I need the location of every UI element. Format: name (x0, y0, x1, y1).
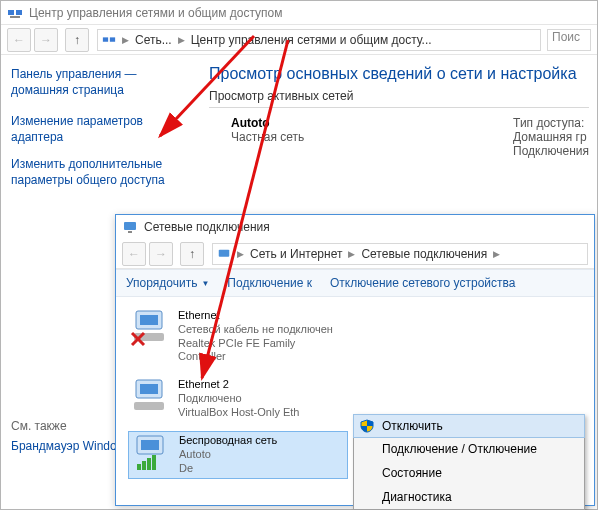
svg-rect-18 (137, 464, 141, 470)
svg-rect-5 (124, 222, 136, 230)
ctx-label: Отключить (382, 419, 443, 433)
breadcrumb[interactable]: ▶ Сеть и Интернет ▶ Сетевые подключения … (212, 243, 588, 265)
network-connections-icon (217, 247, 231, 261)
breadcrumb[interactable]: ▶ Сеть... ▶ Центр управления сетями и об… (97, 29, 541, 51)
svg-rect-19 (142, 461, 146, 470)
svg-rect-20 (147, 458, 151, 470)
title-bar: Центр управления сетями и общим доступом (1, 1, 597, 25)
chevron-right-icon: ▶ (348, 249, 355, 259)
chevron-right-icon: ▶ (122, 35, 129, 45)
change-sharing-settings-link[interactable]: Изменить дополнительные параметры общего… (11, 157, 191, 188)
connection-item-ethernet[interactable]: Ethernet Сетевой кабель не подключен Rea… (128, 307, 348, 366)
connection-status: Сетевой кабель не подключен (178, 323, 346, 337)
breadcrumb-item[interactable]: Сеть и Интернет (250, 247, 342, 261)
ctx-status[interactable]: Состояние (354, 461, 584, 485)
chevron-right-icon: ▶ (178, 35, 185, 45)
nav-back-button[interactable]: ← (7, 28, 31, 52)
svg-rect-17 (141, 440, 159, 450)
ctx-connect-disconnect[interactable]: Подключение / Отключение (354, 437, 584, 461)
svg-rect-2 (10, 16, 20, 18)
svg-rect-21 (152, 455, 156, 470)
network-center-icon (102, 33, 116, 47)
svg-rect-9 (140, 315, 158, 325)
connection-item-wireless[interactable]: Беспроводная сеть Autoto De (128, 431, 348, 478)
breadcrumb-item[interactable]: Сеть... (135, 33, 172, 47)
svg-rect-14 (140, 384, 158, 394)
network-center-icon (7, 5, 23, 21)
nav-forward-button[interactable]: → (34, 28, 58, 52)
svg-rect-3 (103, 37, 108, 41)
ctx-label: Подключение / Отключение (382, 442, 537, 456)
title-bar: Сетевые подключения (116, 215, 594, 239)
svg-rect-4 (110, 37, 115, 41)
disable-device-button[interactable]: Отключение сетевого устройства (330, 276, 515, 290)
connections-label: Подключения (513, 144, 589, 158)
svg-rect-7 (219, 249, 230, 256)
ethernet-adapter-icon (130, 309, 172, 347)
connection-name: Беспроводная сеть (179, 434, 277, 448)
breadcrumb-item[interactable]: Сетевые подключения (361, 247, 487, 261)
nav-up-button[interactable]: ↑ (65, 28, 89, 52)
active-network-name-block: Autoto Частная сеть (231, 116, 304, 158)
ctx-label: Диагностика (382, 490, 452, 504)
page-title: Просмотр основных сведений о сети и наст… (209, 65, 589, 83)
chevron-right-icon: ▶ (493, 249, 500, 259)
svg-rect-1 (16, 10, 22, 15)
ctx-diagnose[interactable]: Диагностика (354, 485, 584, 509)
ethernet-adapter-icon (130, 378, 172, 416)
search-input[interactable]: Поис (547, 29, 591, 51)
svg-rect-0 (8, 10, 14, 15)
network-name: Autoto (231, 116, 304, 130)
change-adapter-settings-link[interactable]: Изменение параметров адаптера (11, 114, 191, 145)
access-type-label: Тип доступа: (513, 116, 589, 130)
ctx-disable[interactable]: Отключить (353, 414, 585, 438)
connection-device: Realtek PCIe FE Family Controller (178, 337, 346, 365)
nav-bar: ← → ↑ ▶ Сеть и Интернет ▶ Сетевые подклю… (116, 239, 594, 269)
connection-item-ethernet2[interactable]: Ethernet 2 Подключено VirtualBox Host-On… (128, 376, 348, 421)
svg-rect-15 (134, 402, 164, 410)
ctx-label: Состояние (382, 466, 442, 480)
svg-rect-6 (128, 231, 132, 233)
active-networks-label: Просмотр активных сетей (209, 89, 589, 103)
connection-name: Ethernet 2 (178, 378, 299, 392)
homegroup-label: Домашняя гр (513, 130, 589, 144)
network-type: Частная сеть (231, 130, 304, 144)
nav-forward-button[interactable]: → (149, 242, 173, 266)
chevron-right-icon: ▶ (237, 249, 244, 259)
breadcrumb-item[interactable]: Центр управления сетями и общим досту... (191, 33, 432, 47)
separator (209, 107, 589, 108)
active-network-info-block: Тип доступа: Домашняя гр Подключения (513, 116, 589, 158)
connection-device: De (179, 462, 277, 476)
window-title: Сетевые подключения (144, 220, 270, 234)
organize-menu[interactable]: Упорядочить▼ (126, 276, 209, 290)
toolbar: Упорядочить▼ Подключение к Отключение се… (116, 269, 594, 297)
control-panel-home-link[interactable]: Панель управления — домашняя страница (11, 67, 191, 98)
uac-shield-icon (360, 419, 374, 433)
connection-status: Подключено (178, 392, 299, 406)
connection-name: Ethernet (178, 309, 346, 323)
connect-to-button[interactable]: Подключение к (227, 276, 312, 290)
chevron-down-icon: ▼ (201, 279, 209, 288)
network-connections-icon (122, 219, 138, 235)
connection-device: VirtualBox Host-Only Eth (178, 406, 299, 420)
connection-status: Autoto (179, 448, 277, 462)
wireless-adapter-icon (131, 434, 173, 472)
nav-up-button[interactable]: ↑ (180, 242, 204, 266)
nav-bar: ← → ↑ ▶ Сеть... ▶ Центр управления сетям… (1, 25, 597, 55)
nav-back-button[interactable]: ← (122, 242, 146, 266)
window-title: Центр управления сетями и общим доступом (29, 6, 283, 20)
context-menu: Отключить Подключение / Отключение Состо… (353, 414, 585, 510)
